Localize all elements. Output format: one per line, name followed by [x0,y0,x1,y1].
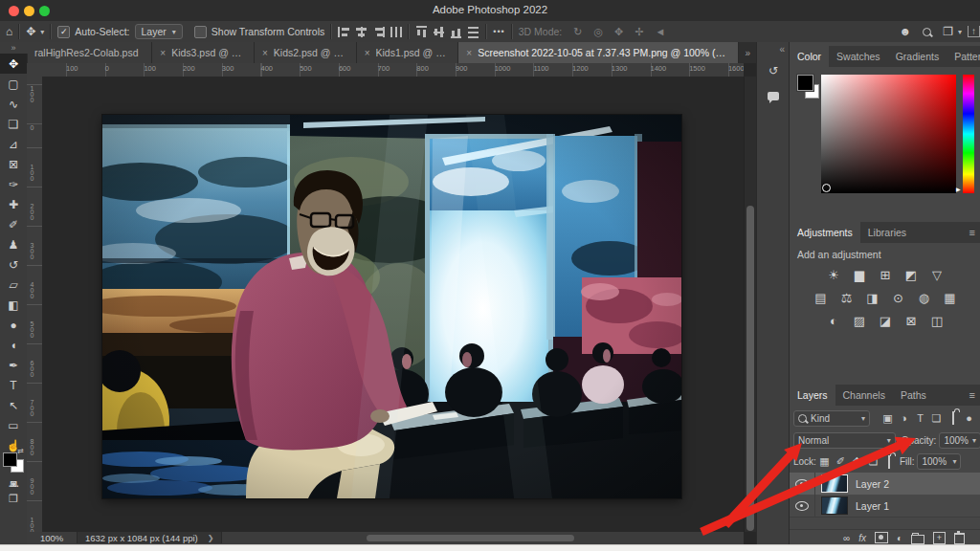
adjustment-icon[interactable]: ◍ [917,291,932,305]
color-field-marker[interactable] [822,184,831,192]
account-icon[interactable]: ☻ [894,25,918,38]
dodge-tool[interactable]: ◖ [0,335,27,355]
shape-tool[interactable]: ▭ [0,415,27,435]
lock-position-icon[interactable]: ✥ [849,455,865,468]
link-layers-icon[interactable]: ∞ [843,533,850,543]
tab-libraries[interactable]: Libraries [860,222,914,243]
vertical-scrollbar[interactable] [744,77,757,532]
adjustment-icon[interactable]: ▤ [813,291,829,305]
blend-mode-dropdown[interactable]: Normal ▾ [793,432,896,449]
new-layer-icon[interactable]: + [933,532,946,544]
show-transform-checkbox[interactable] [194,26,207,38]
adjustment-icon[interactable]: ▽ [929,268,945,282]
pen-tool[interactable]: ✒ [0,355,27,375]
lasso-tool[interactable]: ∿ [0,94,27,114]
close-icon[interactable]: × [466,48,472,58]
saturation-brightness-field[interactable] [821,75,956,193]
healing-brush-tool[interactable]: ✚ [0,194,27,214]
adjustment-icon[interactable]: ⚖ [839,291,855,305]
tab-ralhighres2[interactable]: ralHighRes2-Colab.psd [27,42,152,63]
tab-screenshot-active[interactable]: × Screenshot 2022-10-05 at 7.37.43 PM.pn… [458,42,739,63]
adjustment-icon[interactable]: ◫ [929,314,945,328]
align-bottom-icon[interactable] [451,26,461,38]
layer-style-icon[interactable]: fx [858,533,866,543]
tab-channels[interactable]: Channels [835,385,893,406]
current-tool-indicator[interactable]: ✥ ▾ [20,25,50,38]
layer-filter-dropdown[interactable]: Kind ▾ [793,410,870,427]
hue-slider[interactable] [963,75,974,193]
tab-adjustments[interactable]: Adjustments [790,222,860,243]
tab-color[interactable]: Color [790,46,829,67]
tab-overflow-icon[interactable]: » [739,42,756,63]
vertical-scrollbar-thumb[interactable] [746,206,754,531]
screen-mode-icon[interactable]: ❐ [0,492,27,505]
delete-layer-icon[interactable] [954,533,965,544]
layer-row-layer2[interactable]: Layer 2 [790,473,980,496]
crop-tool[interactable]: ⊿ [0,134,27,154]
layer-visibility-toggle[interactable] [790,473,815,495]
foreground-color-swatch[interactable] [797,75,813,91]
adjustment-icon[interactable]: ▨ [852,314,867,328]
swap-colors-icon[interactable]: ⇄ [17,447,24,455]
frame-tool[interactable]: ⊠ [0,154,27,174]
panel-menu-icon[interactable]: ≡ [964,385,980,406]
search-icon[interactable] [917,28,937,36]
history-panel-icon[interactable]: ↺ [762,61,785,80]
history-brush-tool[interactable]: ↺ [0,254,27,275]
blur-tool[interactable]: ● [0,315,27,335]
tab-kids2[interactable]: × Kids2.psd @ 33.3... [255,42,357,63]
tab-swatches[interactable]: Swatches [829,46,888,67]
new-group-icon[interactable] [911,535,924,544]
adjustment-icon[interactable]: ◨ [865,291,880,305]
close-icon[interactable]: × [160,48,166,58]
align-top-icon[interactable] [416,26,427,38]
status-chevron-icon[interactable]: ❯ [208,534,214,542]
filter-toggle-icon[interactable]: ● [961,412,977,424]
align-middle-icon[interactable] [434,26,444,38]
canvas-area[interactable] [42,77,744,532]
toolbar-overflow-icon[interactable]: » [0,42,27,54]
adjustment-icon[interactable]: ☀ [826,268,841,282]
align-left-icon[interactable] [338,27,350,37]
zoom-level[interactable]: 100% [40,533,63,543]
tab-layers[interactable]: Layers [790,385,835,406]
align-center-icon[interactable] [355,27,368,37]
lock-all-icon[interactable] [881,456,898,468]
type-tool[interactable]: T [0,375,27,395]
opacity-input[interactable]: 100% ▾ [939,432,980,449]
close-icon[interactable]: × [262,48,268,58]
brush-tool[interactable]: ✐ [0,214,27,234]
quick-mask-icon[interactable]: ◙ [0,476,27,490]
layer-thumbnail[interactable] [821,496,848,515]
layer-visibility-toggle[interactable] [790,495,815,517]
collapse-panels-icon[interactable]: « [779,44,785,55]
adjustment-icon[interactable]: ⊠ [903,314,919,328]
filter-shape-layers-icon[interactable]: ❏ [928,412,945,425]
new-adjustment-layer-icon[interactable]: ◐ [897,533,902,543]
filter-pixel-layers-icon[interactable]: ▣ [880,412,896,425]
foreground-color-swatch[interactable] [3,452,17,467]
adjustment-icon[interactable]: ▦ [943,291,958,305]
adjustment-icon[interactable]: ◐ [826,314,841,328]
adjustment-icon[interactable]: ◪ [878,314,893,328]
layer-name[interactable]: Layer 2 [856,478,889,490]
lock-transparent-pixels-icon[interactable]: ▦ [816,455,833,468]
color-swatch-control[interactable]: ⇄ [3,450,24,473]
eraser-tool[interactable]: ▱ [0,275,27,295]
comments-panel-icon[interactable] [762,86,785,105]
path-selection-tool[interactable]: ↖ [0,395,27,415]
adjustment-icon[interactable]: ⊙ [891,291,906,305]
layer-name[interactable]: Layer 1 [856,500,889,512]
canvas-artwork[interactable] [102,115,681,498]
layer-thumbnail[interactable] [821,474,848,493]
lock-image-pixels-icon[interactable]: ✐ [833,455,849,468]
distribute-horizontal-icon[interactable] [390,27,402,37]
adjustment-icon[interactable]: ▆ [852,268,867,282]
lock-artboard-icon[interactable]: ❏ [865,455,881,468]
document-info[interactable]: 1632 px x 1084 px (144 ppi) ❯ [77,532,222,543]
adjustment-icon[interactable]: ◩ [903,268,919,282]
tab-kids1[interactable]: × Kids1.psd @ 33.3... [357,42,459,63]
fill-input[interactable]: 100% ▾ [917,453,961,470]
hue-slider-marker[interactable]: ▶ [956,186,961,192]
gradient-tool[interactable]: ◧ [0,295,27,315]
